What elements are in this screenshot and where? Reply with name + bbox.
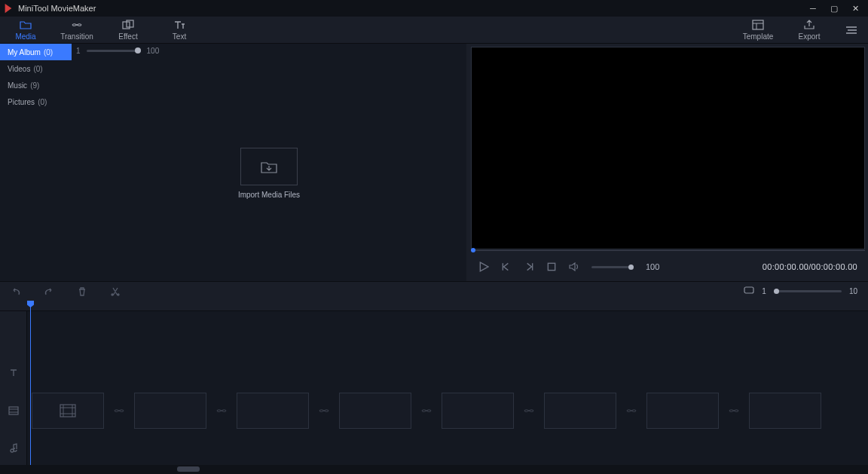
sidebar-item-my-album[interactable]: My Album (0)	[0, 44, 72, 60]
volume-value: 100	[646, 262, 659, 271]
media-category-sidebar: My Album (0) Videos (0) Music (9) Pictur…	[0, 44, 72, 281]
clip-placeholder[interactable]	[339, 393, 411, 429]
export-button[interactable]: Export	[784, 17, 835, 43]
stop-button[interactable]	[546, 261, 557, 272]
close-button[interactable]: ✕	[848, 4, 862, 14]
svg-rect-3	[548, 263, 555, 270]
tab-label: Transition	[60, 32, 93, 41]
minimize-button[interactable]: ─	[806, 4, 820, 14]
clip-placeholder[interactable]	[237, 393, 309, 429]
template-icon	[752, 20, 764, 30]
progress-handle[interactable]	[471, 248, 475, 252]
prev-frame-button[interactable]	[501, 261, 512, 272]
clip-placeholder[interactable]	[32, 393, 104, 429]
playhead[interactable]	[30, 301, 31, 465]
fit-button[interactable]	[744, 286, 754, 297]
volume-slider[interactable]	[591, 266, 634, 268]
transition-slot[interactable]	[309, 393, 339, 429]
timeline-zoom-slider[interactable]	[774, 290, 842, 292]
clip-placeholder[interactable]	[134, 393, 206, 429]
mute-button[interactable]	[569, 261, 579, 272]
slider-handle[interactable]	[628, 265, 634, 270]
thumb-zoom-max: 100	[147, 47, 160, 55]
tab-effect[interactable]: Effect	[102, 17, 154, 43]
text-track-icon	[0, 356, 27, 390]
split-button[interactable]	[110, 286, 121, 297]
export-icon	[803, 20, 815, 30]
text-track[interactable]	[27, 356, 868, 390]
tab-label: Effect	[118, 32, 137, 41]
thumb-zoom-min: 1	[76, 47, 81, 55]
timeline-horizontal-scrollbar[interactable]	[0, 465, 868, 474]
clip-placeholder[interactable]	[544, 393, 616, 429]
transition-slot[interactable]	[104, 393, 134, 429]
transition-slot[interactable]	[206, 393, 237, 429]
track-gutter	[0, 311, 27, 356]
svg-rect-4	[744, 287, 753, 293]
clip-placeholder[interactable]	[646, 393, 719, 429]
timecode-display: 00:00:00.00/00:00:00.00	[763, 262, 857, 271]
video-track-icon	[0, 390, 27, 432]
template-label: Template	[743, 32, 774, 41]
audio-track-row	[0, 432, 868, 465]
svg-rect-2	[753, 20, 763, 29]
export-label: Export	[799, 32, 821, 41]
import-media-label: Import Media Files	[238, 191, 300, 199]
preview-progress[interactable]	[471, 249, 865, 252]
transition-icon	[71, 20, 83, 30]
clip-placeholder[interactable]	[749, 393, 821, 429]
sidebar-item-label: Pictures	[8, 98, 35, 106]
transition-slot[interactable]	[411, 393, 442, 429]
sidebar-item-count: (0)	[38, 98, 47, 106]
import-folder-icon	[261, 160, 277, 173]
sidebar-item-label: Music	[8, 81, 27, 90]
media-panel: 1 100 Import Media Files	[72, 44, 466, 281]
tab-transition[interactable]: Transition	[51, 17, 102, 43]
maximize-button[interactable]: ▢	[827, 4, 841, 14]
video-track-row	[0, 390, 868, 432]
slider-handle[interactable]	[774, 289, 779, 294]
next-frame-button[interactable]	[524, 261, 534, 272]
tab-text[interactable]: Text	[154, 17, 205, 43]
preview-panel: 100 00:00:00.00/00:00:00.00	[466, 44, 868, 281]
delete-button[interactable]	[77, 286, 87, 297]
sidebar-item-pictures[interactable]: Pictures (0)	[0, 93, 72, 110]
thumb-zoom-slider[interactable]	[87, 50, 141, 52]
menu-button[interactable]	[835, 17, 868, 43]
timeline	[0, 301, 868, 465]
sidebar-item-count: (0)	[44, 48, 53, 57]
tab-label: Text	[173, 32, 186, 41]
sidebar-item-count: (9)	[30, 81, 39, 90]
main-toolbar: Media Transition Effect Text Template Ex…	[0, 17, 868, 44]
tab-label: Media	[15, 32, 35, 41]
audio-track[interactable]	[27, 432, 868, 465]
template-button[interactable]: Template	[732, 17, 784, 43]
tab-media[interactable]: Media	[0, 17, 51, 43]
import-media-button[interactable]	[240, 148, 298, 185]
transition-slot[interactable]	[514, 393, 544, 429]
timeline-toolbar: 1 10	[0, 281, 868, 301]
transition-slot[interactable]	[616, 393, 646, 429]
effect-icon	[122, 20, 134, 30]
video-track[interactable]	[27, 390, 868, 432]
sidebar-item-videos[interactable]: Videos (0)	[0, 60, 72, 77]
timeline-zoom-max: 10	[849, 287, 857, 295]
text-track-row	[0, 356, 868, 390]
hamburger-icon	[845, 26, 858, 35]
slider-handle[interactable]	[135, 47, 141, 54]
overlay-track-row	[0, 311, 868, 356]
app-logo-icon	[3, 3, 14, 14]
play-button[interactable]	[478, 261, 489, 272]
audio-track-icon	[0, 432, 27, 465]
undo-button[interactable]	[11, 286, 21, 297]
sidebar-item-music[interactable]: Music (9)	[0, 77, 72, 93]
transition-slot[interactable]	[719, 393, 749, 429]
scrollbar-thumb[interactable]	[177, 466, 200, 472]
svg-rect-6	[60, 405, 75, 417]
sidebar-item-label: My Album	[8, 48, 41, 57]
folder-icon	[20, 20, 32, 30]
overlay-track[interactable]	[27, 311, 868, 356]
timeline-ruler[interactable]	[0, 301, 868, 311]
redo-button[interactable]	[44, 286, 54, 297]
clip-placeholder[interactable]	[442, 393, 514, 429]
